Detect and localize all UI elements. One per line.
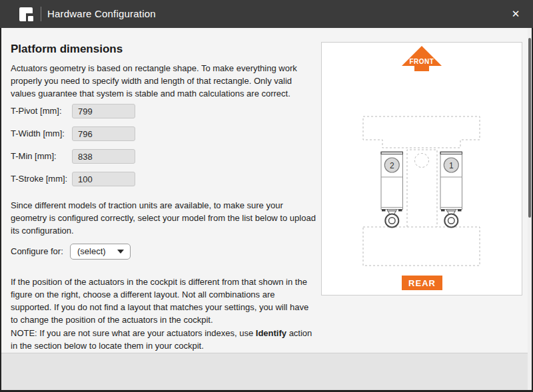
footer: OK [0, 353, 533, 390]
layout-paragraph: If the position of the actuators in the … [11, 276, 318, 326]
actuator-2-index: 2 [390, 161, 394, 170]
chevron-down-icon [117, 250, 124, 254]
note-prefix: NOTE: If you are not sure what are your … [11, 328, 256, 338]
actuator-layout-diagram: FRONT 2 [322, 43, 522, 295]
t-stroke-input[interactable] [72, 172, 135, 186]
field-label: T-Min [mm]: [11, 149, 57, 164]
note-paragraph: NOTE: If you are not sure what are your … [11, 327, 318, 352]
cockpit-center-channel-outline [407, 150, 437, 227]
close-icon: ✕ [512, 8, 520, 20]
scrollbar-thumb[interactable] [528, 38, 531, 218]
cockpit-rear-frame-outline [363, 227, 480, 266]
titlebar: Hardware Configuration ✕ [0, 0, 533, 28]
model-select[interactable]: (select) [70, 244, 131, 260]
configure-for-label: Configure for: [11, 244, 63, 260]
actuator-1-index: 1 [449, 161, 454, 170]
actuator-2: 2 [381, 152, 403, 228]
page-title: Platform dimensions [11, 43, 123, 56]
actuator-layout-panel: FRONT 2 [321, 42, 522, 295]
cockpit-pivot-outline [415, 154, 429, 168]
model-select-value: (select) [77, 244, 106, 259]
note-bold: Identify [256, 328, 286, 338]
t-width-input[interactable] [72, 126, 135, 141]
cockpit-front-frame-outline [363, 116, 480, 148]
close-button[interactable]: ✕ [505, 0, 526, 28]
intro-paragraph: Actuators geometry is based on rectangle… [11, 62, 318, 100]
window-border-left [0, 28, 1, 392]
t-pivot-input[interactable] [72, 104, 135, 118]
titlebar-separator [41, 7, 41, 21]
field-label: T-Width [mm]: [11, 126, 65, 141]
traction-paragraph: Since different models of traction units… [11, 199, 318, 237]
front-label: FRONT [410, 58, 434, 65]
actuator-1: 1 [440, 152, 462, 228]
field-label: T-Stroke [mm]: [11, 172, 67, 186]
app-logo-icon [19, 7, 35, 22]
window-title: Hardware Configuration [47, 0, 156, 28]
hardware-configuration-dialog: Hardware Configuration ✕ Platform dimens… [0, 0, 533, 392]
field-label: T-Pivot [mm]: [11, 104, 62, 118]
rear-label: REAR [408, 278, 436, 288]
t-min-input[interactable] [72, 149, 135, 164]
